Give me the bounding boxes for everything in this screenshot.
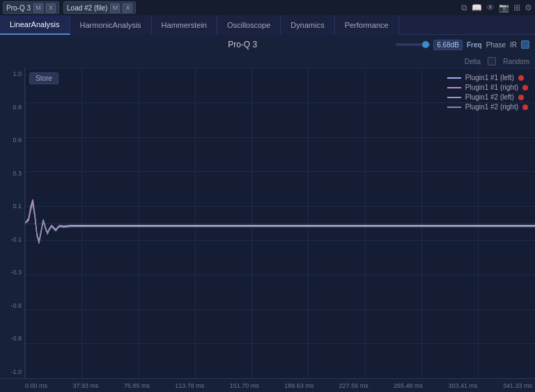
waveform-plugin2-left [25,202,535,242]
x-label-6: 227.56 ms [339,382,369,389]
legend-line-0 [447,77,461,79]
chart-wrapper: 1.0 0.8 0.6 0.3 0.1 -0.1 -0.3 -0.6 -0.8 … [0,68,535,378]
sub-header: Delta Random [0,54,535,68]
random-label: Random [503,58,529,65]
y-label-9: -1.0 [0,369,24,375]
db-slider-track[interactable] [396,43,431,46]
y-label-1: 0.8 [0,104,24,111]
y-label-0: 1.0 [0,71,24,77]
main-content: Pro-Q 3 6.68dB Freq Phase IR Delta Rando… [0,35,535,392]
y-label-6: -0.3 [0,269,24,276]
x-label-1: 37.93 ms [72,382,98,389]
chart-legend: Plugin1 #1 (left) Plugin1 #1 (right) Plu… [447,74,528,111]
waveform-plugin1-right [25,199,535,243]
legend-dot-3[interactable] [522,104,528,110]
delta-label: Delta [465,58,481,65]
tab-linear-analysis[interactable]: LinearAnalysis [0,15,70,35]
tab-hammerstein[interactable]: Hammerstein [152,15,217,35]
x-label-2: 75.85 ms [124,382,150,389]
legend-item-3: Plugin1 #2 (right) [447,103,528,111]
legend-dot-0[interactable] [518,75,524,81]
waveform-plugin1-left [25,201,535,241]
chart-header: Pro-Q 3 6.68dB Freq Phase IR [0,35,535,54]
plugin1-m-button[interactable]: M [33,3,43,13]
legend-label-2: Plugin1 #2 (left) [465,93,514,101]
tab-dynamics[interactable]: Dynamics [281,15,334,35]
y-label-7: -0.6 [0,303,24,309]
legend-item-2: Plugin1 #2 (left) [447,93,528,101]
y-label-3: 0.3 [0,171,24,177]
x-label-3: 113.78 ms [175,382,204,389]
y-label-2: 0.6 [0,137,24,143]
y-label-5: -0.1 [0,237,24,243]
y-label-4: 0.1 [0,203,24,210]
plugin1-label: Pro-Q 3 [6,4,31,12]
ir-checkbox[interactable] [521,40,529,49]
store-button[interactable]: Store [29,72,59,84]
y-axis: 1.0 0.8 0.6 0.3 0.1 -0.1 -0.3 -0.6 -0.8 … [0,68,25,378]
legend-line-3 [447,107,461,108]
tab-performance[interactable]: Performance [335,15,399,35]
camera-icon[interactable]: 📷 [499,3,509,13]
grid-icon[interactable]: ⊞ [513,3,520,13]
plugin-slot-2: Load #2 (file) M X [63,1,136,14]
waveform-svg [25,68,535,378]
freq-radio[interactable]: Freq [467,41,482,49]
legend-item-1: Plugin1 #1 (right) [447,84,528,91]
chart-plot[interactable]: Store Plugin1 #1 (left) Plugin1 #1 (righ… [25,68,535,378]
plugin1-x-button[interactable]: X [46,3,56,13]
phase-radio[interactable]: Phase [486,41,506,49]
legend-label-1: Plugin1 #1 (right) [465,84,518,91]
eye-icon[interactable]: 👁 [486,3,495,13]
x-label-7: 265.48 ms [394,382,423,389]
plugin-slot-1: Pro-Q 3 M X [3,1,59,14]
x-label-0: 0.00 ms [25,382,47,389]
db-badge: 6.68dB [433,40,463,50]
top-bar: Pro-Q 3 M X Load #2 (file) M X ⧉ 📖 👁 📷 ⊞… [0,0,535,15]
legend-line-2 [447,97,461,98]
y-label-8: -0.8 [0,336,24,342]
legend-label-0: Plugin1 #1 (left) [465,74,514,81]
settings-icon[interactable]: ⚙ [525,3,532,13]
x-label-4: 151.70 ms [230,382,259,389]
legend-item-0: Plugin1 #1 (left) [447,74,528,81]
delta-checkbox[interactable] [488,57,496,65]
tab-oscilloscope[interactable]: Oscilloscope [217,15,281,35]
copy-icon[interactable]: ⧉ [461,3,467,13]
ir-radio[interactable]: IR [510,41,517,49]
waveform-plugin2-right [25,204,535,243]
plugin2-x-button[interactable]: X [123,3,132,13]
legend-dot-1[interactable] [522,85,528,91]
db-slider-thumb[interactable] [422,41,429,48]
legend-dot-2[interactable] [518,95,524,100]
x-label-9: 341.33 ms [503,382,532,389]
book-icon[interactable]: 📖 [472,3,482,13]
tab-bar: LinearAnalysis HarmonicAnalysis Hammerst… [0,15,535,35]
chart-controls: 6.68dB Freq Phase IR [396,40,529,50]
chart-title: Pro-Q 3 [89,40,396,49]
x-label-5: 189.63 ms [284,382,313,389]
db-slider-container[interactable]: 6.68dB [396,40,463,50]
legend-line-1 [447,87,461,88]
legend-label-3: Plugin1 #2 (right) [465,103,518,111]
plugin2-label: Load #2 (file) [67,4,107,12]
plugin2-m-button[interactable]: M [110,3,120,13]
x-label-8: 303.41 ms [448,382,477,389]
tab-harmonic-analysis[interactable]: HarmonicAnalysis [70,15,152,35]
x-axis: 0.00 ms 37.93 ms 75.85 ms 113.78 ms 151.… [0,378,535,392]
